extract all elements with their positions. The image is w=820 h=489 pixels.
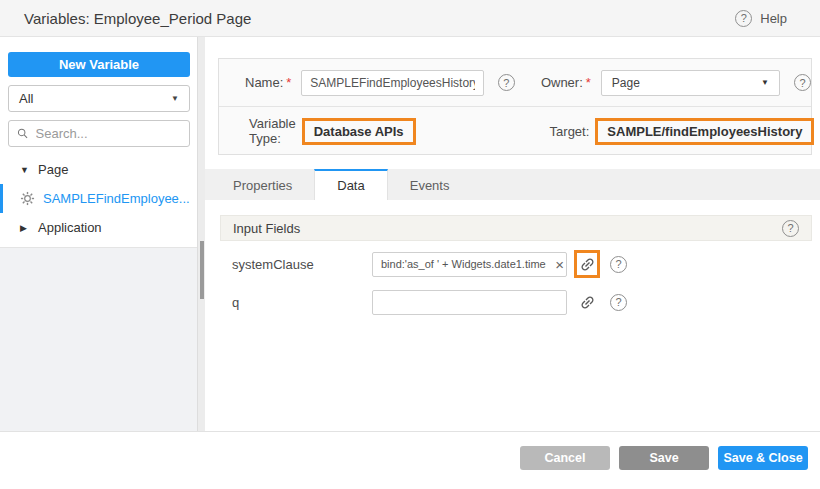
sidebar-scrollbar-thumb[interactable] bbox=[200, 241, 204, 299]
help-label: Help bbox=[760, 11, 787, 26]
new-variable-button[interactable]: New Variable bbox=[8, 52, 190, 77]
input-fields-header: Input Fields ? bbox=[220, 215, 812, 241]
variable-summary-panel: Name: * ? Owner: * Page ▼ ? Variable Typ… bbox=[218, 58, 812, 155]
variable-tree: ▼ Page SAMPLEFindEmployee... bbox=[0, 155, 197, 242]
variables-dialog: Variables: Employee_Period Page ? Help N… bbox=[0, 0, 820, 489]
clear-binding-icon[interactable]: × bbox=[555, 257, 564, 272]
input-fields-help-icon[interactable]: ? bbox=[782, 220, 799, 237]
sidebar-scrollbar-track[interactable] bbox=[197, 37, 205, 431]
tab-properties[interactable]: Properties bbox=[211, 169, 314, 200]
tree-node-page[interactable]: ▼ Page bbox=[0, 155, 197, 184]
owner-value: Page bbox=[612, 76, 640, 90]
variable-filter-select[interactable]: All ▼ bbox=[8, 85, 190, 112]
name-required-marker: * bbox=[286, 75, 291, 90]
q-label: q bbox=[232, 295, 372, 310]
systemclause-bind-button[interactable] bbox=[574, 250, 600, 278]
bind-link-icon bbox=[575, 290, 599, 314]
input-fields-title: Input Fields bbox=[233, 221, 300, 236]
type-target-row: Variable Type: Database APIs Target: SAM… bbox=[219, 107, 811, 155]
tab-data[interactable]: Data bbox=[314, 169, 387, 200]
target-label: Target: bbox=[550, 124, 590, 139]
name-owner-row: Name: * ? Owner: * Page ▼ ? bbox=[219, 59, 811, 107]
tree-node-application[interactable]: ▶ Application bbox=[0, 213, 197, 242]
cancel-button[interactable]: Cancel bbox=[520, 446, 610, 470]
search-input[interactable] bbox=[36, 126, 181, 141]
variable-type-value-highlighted: Database APIs bbox=[302, 118, 416, 145]
page-title: Variables: Employee_Period Page bbox=[24, 10, 251, 27]
variable-detail-panel: Name: * ? Owner: * Page ▼ ? Variable Typ… bbox=[205, 37, 820, 431]
q-input[interactable] bbox=[372, 290, 567, 315]
name-help-icon[interactable]: ? bbox=[498, 74, 515, 91]
q-help-icon[interactable]: ? bbox=[610, 294, 627, 311]
sidebar-empty-area bbox=[0, 248, 197, 431]
q-bind-button[interactable] bbox=[574, 288, 600, 316]
name-label: Name: bbox=[245, 75, 283, 90]
tree-node-page-label: Page bbox=[38, 162, 68, 177]
search-icon bbox=[17, 127, 29, 140]
detail-tabbar: Properties Data Events bbox=[205, 169, 820, 200]
caret-down-icon[interactable]: ▼ bbox=[20, 165, 34, 175]
owner-required-marker: * bbox=[586, 75, 591, 90]
variable-name-input[interactable] bbox=[301, 70, 484, 96]
systemclause-help-icon[interactable]: ? bbox=[610, 256, 627, 273]
caret-right-icon[interactable]: ▶ bbox=[20, 223, 34, 233]
tree-node-selected-label: SAMPLEFindEmployee... bbox=[43, 191, 190, 206]
tab-events[interactable]: Events bbox=[388, 169, 472, 200]
help-circle-icon[interactable]: ? bbox=[735, 10, 752, 27]
variable-filter-value: All bbox=[19, 91, 33, 106]
chevron-down-icon: ▼ bbox=[761, 78, 769, 87]
help-button[interactable]: ? Help bbox=[735, 10, 787, 27]
variables-sidebar: New Variable All ▼ ▼ Page bbox=[0, 37, 197, 431]
bind-link-icon bbox=[575, 252, 599, 276]
field-row-systemclause: systemClause × ? bbox=[232, 250, 812, 278]
owner-label: Owner: bbox=[541, 75, 583, 90]
systemclause-input[interactable] bbox=[372, 252, 567, 277]
save-button[interactable]: Save bbox=[619, 446, 709, 470]
save-and-close-button[interactable]: Save & Close bbox=[718, 446, 808, 470]
systemclause-label: systemClause bbox=[232, 257, 372, 272]
target-value-highlighted: SAMPLE/findEmployeesHistory bbox=[595, 118, 814, 145]
tree-node-application-label: Application bbox=[38, 220, 102, 235]
variable-type-label: Variable Type: bbox=[249, 116, 296, 146]
owner-help-icon[interactable]: ? bbox=[794, 74, 811, 91]
tree-node-selected-variable[interactable]: SAMPLEFindEmployee... bbox=[0, 184, 197, 213]
dialog-footer: Cancel Save Save & Close bbox=[0, 431, 820, 489]
service-variable-icon bbox=[20, 191, 35, 206]
variable-search[interactable] bbox=[8, 120, 190, 147]
chevron-down-icon: ▼ bbox=[171, 94, 179, 103]
dialog-header: Variables: Employee_Period Page ? Help bbox=[0, 0, 820, 37]
owner-select[interactable]: Page ▼ bbox=[601, 70, 780, 96]
field-row-q: q ? bbox=[232, 288, 812, 316]
